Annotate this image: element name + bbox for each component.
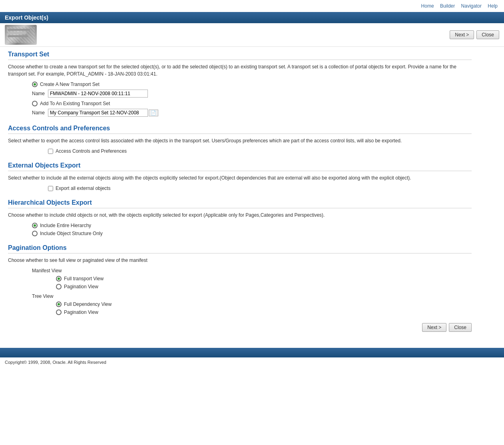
main-content: Transport Set Choose whether to create a… bbox=[0, 47, 480, 340]
external-objects-checkbox-row: Export all external objects bbox=[8, 186, 472, 191]
pagination-manifest-label: Pagination View bbox=[64, 284, 98, 289]
pagination-tree-label: Pagination View bbox=[64, 309, 98, 315]
add-existing-label: Add To An Existing Transport Set bbox=[40, 101, 110, 106]
access-controls-checkbox[interactable] bbox=[48, 149, 53, 154]
create-new-row: Create A New Transport Set bbox=[8, 82, 472, 87]
page-title: Export Object(s) bbox=[5, 14, 48, 21]
home-link[interactable]: Home bbox=[421, 3, 434, 9]
pagination-manifest-radio-icon bbox=[56, 284, 62, 289]
full-dependency-radio-icon bbox=[56, 301, 62, 307]
existing-name-input[interactable] bbox=[48, 109, 148, 117]
existing-name-label: Name bbox=[32, 110, 45, 116]
add-existing-row: Add To An Existing Transport Set bbox=[8, 101, 472, 106]
include-structure-row: Include Object Structure Only bbox=[8, 231, 472, 236]
pagination-tree-row: Pagination View bbox=[56, 309, 472, 315]
hierarchical-section: Hierarchical Objects Export Choose wheth… bbox=[8, 199, 472, 236]
transport-set-title: Transport Set bbox=[8, 51, 472, 60]
pagination-section: Pagination Options Choose whether to see… bbox=[8, 244, 472, 315]
full-transport-radio-icon bbox=[56, 276, 62, 281]
new-name-row: Name bbox=[8, 90, 472, 98]
full-dependency-row: Full Dependency View bbox=[56, 301, 472, 307]
include-entire-label: Include Entire Hierarchy bbox=[40, 223, 91, 228]
close-button-bottom[interactable]: Close bbox=[449, 323, 472, 332]
access-controls-title: Access Controls and Preferences bbox=[8, 125, 472, 134]
create-new-radio-icon bbox=[32, 82, 38, 87]
new-name-input[interactable] bbox=[48, 90, 148, 98]
include-structure-label: Include Object Structure Only bbox=[40, 231, 103, 236]
add-existing-radio-icon bbox=[32, 101, 38, 106]
existing-name-row: Name 📄 bbox=[8, 109, 472, 117]
close-button-top[interactable]: Close bbox=[476, 30, 499, 39]
manifest-view-label: Manifest View bbox=[8, 268, 472, 273]
manifest-view-options: Full transport View Pagination View bbox=[8, 276, 472, 289]
external-objects-section: External Objects Export Select whether t… bbox=[8, 162, 472, 191]
hierarchical-desc: Choose whether to include child objects … bbox=[8, 212, 472, 219]
external-objects-desc: Select whether to include all the extern… bbox=[8, 174, 472, 182]
full-transport-label: Full transport View bbox=[64, 276, 104, 281]
transport-set-section: Transport Set Choose whether to create a… bbox=[8, 51, 472, 117]
external-objects-title: External Objects Export bbox=[8, 162, 472, 171]
footer-copyright: Copyright© 1999, 2008, Oracle. All Right… bbox=[0, 357, 504, 367]
browse-button[interactable]: 📄 bbox=[149, 110, 158, 116]
navigator-link[interactable]: Navigator bbox=[461, 3, 482, 9]
logo bbox=[5, 25, 37, 45]
access-controls-desc: Select whether to export the access cont… bbox=[8, 137, 472, 144]
include-entire-row: Include Entire Hierarchy bbox=[8, 223, 472, 228]
next-button-top[interactable]: Next > bbox=[450, 30, 474, 39]
header-bar: Export Object(s) bbox=[0, 12, 504, 23]
pagination-manifest-row: Pagination View bbox=[56, 284, 472, 289]
include-entire-radio-icon bbox=[32, 223, 38, 228]
help-link[interactable]: Help bbox=[488, 3, 498, 9]
pagination-desc: Choose whether to see full view or pagin… bbox=[8, 257, 472, 264]
tree-view-label: Tree View bbox=[8, 293, 472, 299]
next-button-bottom[interactable]: Next > bbox=[422, 323, 446, 332]
footer-bar bbox=[0, 348, 504, 357]
access-controls-checkbox-row: Access Controls and Preferences bbox=[8, 148, 472, 154]
full-transport-row: Full transport View bbox=[56, 276, 472, 281]
new-name-label: Name bbox=[32, 91, 45, 96]
full-dependency-label: Full Dependency View bbox=[64, 301, 112, 307]
top-toolbar: Next > Close bbox=[450, 30, 499, 39]
access-controls-checkbox-label: Access Controls and Preferences bbox=[56, 148, 127, 154]
tree-view-options: Full Dependency View Pagination View bbox=[8, 301, 472, 315]
bottom-toolbar: Next > Close bbox=[8, 323, 472, 332]
pagination-tree-radio-icon bbox=[56, 309, 62, 315]
include-structure-radio-icon bbox=[32, 231, 38, 236]
external-objects-checkbox-label: Export all external objects bbox=[56, 186, 110, 191]
external-objects-checkbox[interactable] bbox=[48, 186, 53, 191]
transport-set-desc: Choose whether to create a new transport… bbox=[8, 63, 472, 78]
hierarchical-title: Hierarchical Objects Export bbox=[8, 199, 472, 208]
pagination-title: Pagination Options bbox=[8, 244, 472, 253]
create-new-label: Create A New Transport Set bbox=[40, 82, 100, 87]
builder-link[interactable]: Builder bbox=[440, 3, 455, 9]
access-controls-section: Access Controls and Preferences Select w… bbox=[8, 125, 472, 154]
top-navigation: Home Builder Navigator Help bbox=[0, 0, 504, 12]
